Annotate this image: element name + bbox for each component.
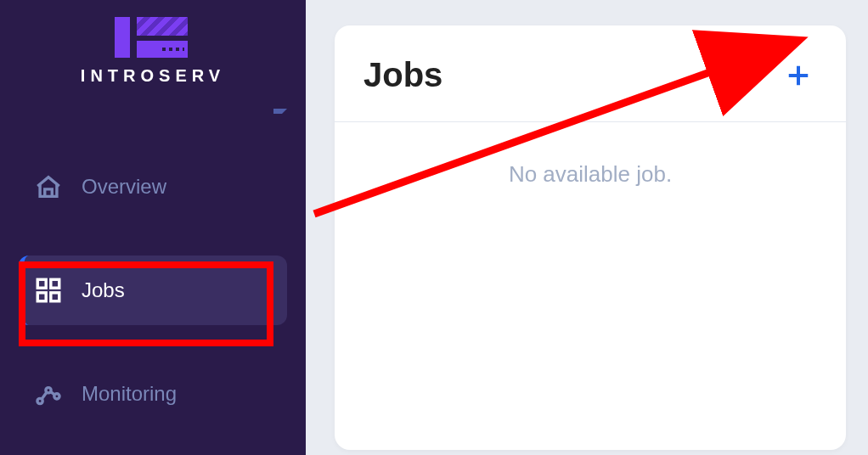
logo: INTROSERV bbox=[0, 0, 306, 93]
logo-mark bbox=[115, 15, 191, 58]
svg-rect-0 bbox=[37, 279, 46, 288]
jobs-card: Jobs No available job. bbox=[335, 25, 846, 450]
card-header: Jobs bbox=[335, 25, 846, 122]
sidebar-item-jobs[interactable]: Jobs bbox=[19, 256, 287, 325]
sidebar-item-overview[interactable]: Overview bbox=[19, 152, 287, 222]
main-content: Jobs No available job. bbox=[306, 0, 868, 455]
home-icon bbox=[34, 172, 63, 201]
sidebar-item-label: Monitoring bbox=[82, 382, 177, 406]
sidebar-item-label: Jobs bbox=[82, 278, 125, 302]
plus-icon bbox=[786, 63, 811, 88]
sidebar: INTROSERV Overview Jobs Monitoring bbox=[0, 0, 306, 455]
svg-rect-2 bbox=[37, 293, 46, 301]
sidebar-item-label: Overview bbox=[82, 175, 166, 199]
collapse-sidebar-icon[interactable] bbox=[273, 109, 287, 122]
svg-rect-3 bbox=[51, 293, 59, 301]
add-job-button[interactable] bbox=[783, 60, 814, 91]
svg-point-4 bbox=[37, 398, 42, 403]
page-title: Jobs bbox=[364, 56, 442, 94]
grid-icon bbox=[34, 276, 63, 305]
brand-name: INTROSERV bbox=[81, 66, 225, 86]
empty-state-text: No available job. bbox=[335, 122, 846, 188]
svg-rect-1 bbox=[51, 279, 59, 288]
activity-icon bbox=[34, 379, 63, 408]
sidebar-nav: Overview Jobs Monitoring bbox=[0, 152, 306, 429]
sidebar-item-monitoring[interactable]: Monitoring bbox=[19, 359, 287, 429]
